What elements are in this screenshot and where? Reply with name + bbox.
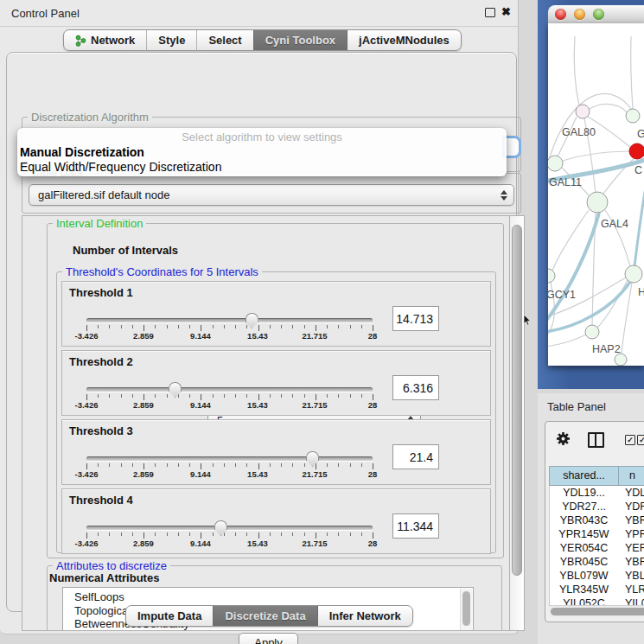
top-tab[interactable]: Style bbox=[146, 30, 196, 50]
attribute-browser-toolbar: ✓ ✓ bbox=[545, 422, 644, 458]
threshold-row: Threshold 3 -3.426 2.859 9.1 bbox=[61, 419, 491, 485]
bottom-tab[interactable]: Discretize Data bbox=[213, 606, 316, 626]
cyni-toolbox-pane: Discretization Algorithm Select algorith… bbox=[6, 52, 517, 612]
threshold-row: Threshold 4 -3.426 2.859 9.1 bbox=[61, 488, 491, 554]
top-tab-bar: Network Style bbox=[63, 29, 462, 51]
top-tab[interactable]: Select bbox=[196, 30, 252, 50]
table-row[interactable]: YLR345W YLR3 bbox=[550, 583, 644, 596]
svg-text:C: C bbox=[634, 164, 642, 176]
list-scrollbar[interactable] bbox=[460, 589, 472, 631]
slider-tick-labels: -3.426 2.859 9.144 15.43 21.715 28 bbox=[86, 400, 373, 411]
table-horizontal-scrollbar[interactable] bbox=[549, 605, 644, 617]
threshold-title: Threshold 3 bbox=[69, 424, 133, 437]
svg-text:GA: GA bbox=[637, 128, 644, 140]
svg-text:GCY1: GCY1 bbox=[548, 289, 576, 301]
group-title: Threshold's Coordinates for 5 Intervals bbox=[62, 265, 262, 278]
network-nodes bbox=[548, 105, 644, 366]
svg-text:GAL4: GAL4 bbox=[601, 218, 628, 230]
threshold-value-field[interactable]: 11.344 bbox=[392, 513, 439, 539]
threshold-title: Threshold 2 bbox=[69, 355, 133, 368]
attribute-list-item[interactable]: SelfLoops bbox=[74, 590, 473, 604]
bottom-tab-bar: Impute Data Discretize Data Infer Networ… bbox=[125, 605, 413, 627]
table-rows: YDL19... YDL1 YDR27... YDR2 YBR043C YBR0 bbox=[549, 486, 644, 607]
slider-major-ticks bbox=[86, 532, 373, 539]
close-traffic-light[interactable] bbox=[555, 9, 566, 20]
settings-scroll-viewport: Interval Definition Number of Intervals … bbox=[22, 215, 510, 631]
network-canvas[interactable]: GAL80 GA C GAL11 GAL4 GCY1 H HAP2 bbox=[548, 23, 644, 366]
threshold-row: Threshold 1 -3.426 2.859 9.1 bbox=[61, 281, 491, 347]
slider-track[interactable] bbox=[86, 318, 373, 322]
group-title: Discretization Algorithm bbox=[28, 111, 152, 124]
number-of-intervals-label: Number of Intervals bbox=[73, 244, 178, 257]
float-window-icon[interactable] bbox=[485, 8, 495, 17]
svg-text:GAL80: GAL80 bbox=[562, 126, 596, 138]
table-row[interactable]: YDL19... YDL1 bbox=[550, 486, 644, 500]
table-data-combo[interactable]: galFiltered.sif default node bbox=[29, 184, 514, 206]
select-all-checkbox-icon[interactable]: ✓ bbox=[625, 435, 635, 445]
column-header-shared-name[interactable]: shared... bbox=[550, 467, 619, 485]
node-gal80[interactable] bbox=[576, 105, 590, 118]
slider-major-ticks bbox=[86, 463, 373, 469]
threshold-slider[interactable]: -3.426 2.859 9.144 15.43 21.715 28 bbox=[86, 313, 373, 344]
close-icon[interactable]: ✖ bbox=[501, 5, 511, 18]
popup-option-manual[interactable]: Manual Discretization bbox=[20, 145, 144, 159]
combo-arrows-icon bbox=[501, 190, 513, 201]
combo-selected-value: galFiltered.sif default node bbox=[29, 188, 501, 201]
top-tab[interactable]: jActiveMNodules bbox=[347, 30, 461, 50]
show-columns-icon[interactable] bbox=[588, 432, 604, 448]
node-gcy1[interactable] bbox=[548, 269, 555, 283]
table-horizontal-scrollbar-thumb[interactable] bbox=[551, 608, 644, 615]
slider-track[interactable] bbox=[86, 526, 373, 530]
node-gal11[interactable] bbox=[548, 156, 563, 171]
main-scrollbar-thumb[interactable] bbox=[512, 225, 522, 576]
threshold-value-field[interactable]: 21.4 bbox=[392, 444, 439, 469]
node-h[interactable] bbox=[625, 265, 642, 283]
svg-text:HAP2: HAP2 bbox=[592, 343, 621, 355]
node-partial-top[interactable] bbox=[626, 109, 640, 123]
table-row[interactable]: YER054C YER0 bbox=[550, 541, 644, 555]
panel-title: Control Panel bbox=[11, 7, 80, 20]
minimize-traffic-light[interactable] bbox=[574, 9, 585, 20]
deselect-all-checkbox-icon[interactable]: ✓ bbox=[637, 435, 644, 445]
network-window-titlebar[interactable] bbox=[548, 5, 644, 24]
table-row[interactable]: YBL079W YBL0 bbox=[550, 569, 644, 583]
svg-text:GAL11: GAL11 bbox=[549, 176, 582, 188]
table-panel-title: Table Panel bbox=[547, 400, 606, 413]
control-panel-titlebar: Control Panel ✖ bbox=[0, 0, 518, 27]
threshold-rows: Threshold 1 -3.426 2.859 9.1 bbox=[61, 281, 491, 554]
bottom-tab[interactable]: Infer Network bbox=[317, 606, 412, 626]
node-hap2[interactable] bbox=[585, 325, 599, 339]
slider-track[interactable] bbox=[86, 387, 373, 392]
threshold-title: Threshold 1 bbox=[69, 286, 133, 299]
table-row[interactable]: YBR043C YBR0 bbox=[550, 513, 644, 527]
node-red-selected[interactable] bbox=[629, 143, 644, 159]
bottom-tab[interactable]: Impute Data bbox=[126, 606, 213, 626]
apply-button[interactable]: Apply bbox=[239, 633, 298, 644]
column-header-name[interactable]: n bbox=[619, 467, 644, 485]
popup-option-equal-width[interactable]: Equal Width/Frequency Discretization bbox=[20, 160, 221, 174]
threshold-slider[interactable]: -3.426 2.859 9.144 15.43 21.715 28 bbox=[86, 520, 373, 552]
control-panel: Control Panel ✖ Network bbox=[0, 0, 519, 634]
algorithm-combo-focus-fragment[interactable] bbox=[505, 138, 519, 156]
slider-tick-labels: -3.426 2.859 9.144 15.43 21.715 28 bbox=[86, 539, 373, 549]
table-row[interactable]: YBR045C YBR0 bbox=[550, 555, 644, 569]
slider-major-ticks bbox=[86, 394, 373, 400]
top-tab[interactable]: Network bbox=[64, 30, 146, 50]
node-partial-bottom[interactable] bbox=[615, 354, 627, 366]
attribute-browser: ✓ ✓ shared... n YDL19... YDL1 YDR27... Y… bbox=[545, 421, 644, 622]
mouse-cursor bbox=[524, 315, 532, 326]
slider-track[interactable] bbox=[86, 456, 373, 461]
table-row[interactable]: YPR145W YPR1 bbox=[550, 527, 644, 541]
main-scrollbar[interactable] bbox=[509, 215, 525, 631]
top-tab[interactable]: Cyni Toolbox bbox=[253, 30, 347, 50]
list-scrollbar-thumb[interactable] bbox=[462, 591, 470, 626]
node-gal4[interactable] bbox=[587, 192, 608, 213]
threshold-slider[interactable]: -3.426 2.859 9.144 15.43 21.715 28 bbox=[86, 382, 373, 413]
slider-tick-labels: -3.426 2.859 9.144 15.43 21.715 28 bbox=[86, 331, 373, 341]
threshold-value-field[interactable]: 6.316 bbox=[392, 375, 439, 400]
threshold-slider[interactable]: -3.426 2.859 9.144 15.43 21.715 28 bbox=[86, 451, 373, 482]
table-row[interactable]: YDR27... YDR2 bbox=[550, 500, 644, 513]
gear-icon[interactable] bbox=[556, 431, 571, 446]
threshold-value-field[interactable]: 14.713 bbox=[392, 306, 439, 331]
zoom-traffic-light[interactable] bbox=[593, 9, 604, 20]
